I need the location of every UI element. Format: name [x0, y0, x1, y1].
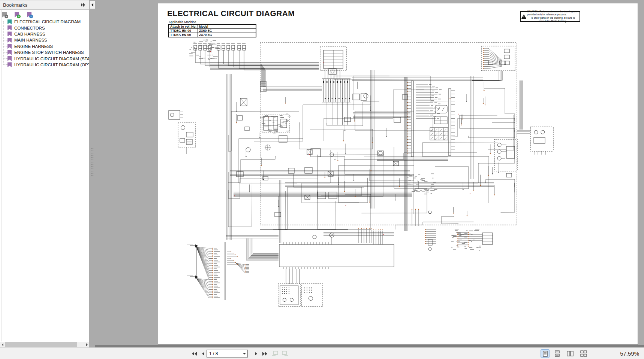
tree-guide — [3, 28, 7, 28]
tree-guide — [3, 58, 7, 59]
next-page-button[interactable] — [252, 350, 260, 357]
facing-continuous-view-button[interactable] — [580, 350, 588, 358]
scroll-right-button[interactable] — [84, 342, 89, 347]
bookmark-item-connectors[interactable]: CONNECTORS — [0, 25, 89, 31]
bookmark-flag-icon — [7, 25, 12, 30]
status-bar: 1 / 8 57.59% — [0, 347, 644, 359]
applicable-machine-label: Applicable Machine — [169, 20, 196, 24]
tree-guide — [3, 22, 7, 22]
tree-guide — [3, 40, 7, 40]
first-page-button[interactable] — [190, 350, 198, 357]
facing-pages-view-button[interactable] — [566, 350, 574, 358]
bookmark-flag-icon — [7, 62, 12, 67]
scrollbar-thumb[interactable] — [5, 342, 77, 347]
pdf-page: ELECTRICAL CIRCUIT DIAGRAM Applicable Ma… — [158, 3, 638, 345]
bookmarks-panel-title: Bookmarks — [3, 2, 80, 8]
bookmarks-panel-header: Bookmarks — [0, 0, 89, 10]
tree-guide — [3, 34, 7, 34]
bookmark-item-main-harness[interactable]: MAIN HARNESS — [0, 37, 89, 43]
bookmark-item-hydraulic-circuit-diagram-optional[interactable]: HYDRAULIC CIRCUIT DIAGRAM (OPTI — [0, 62, 89, 68]
tree-guide — [3, 52, 7, 53]
bookmark-flag-icon — [7, 56, 12, 61]
bookmark-item-cab-harness[interactable]: CAB HARNESS — [0, 31, 89, 37]
last-page-button[interactable] — [261, 350, 268, 357]
bookmark-item-hydraulic-circuit-diagram-standard[interactable]: HYDRAULIC CIRCUIT DIAGRAM (STAN — [0, 55, 89, 61]
bookmark-label: MAIN HARNESS — [14, 38, 47, 42]
tree-guide — [3, 46, 7, 46]
panel-splitter[interactable] — [89, 0, 95, 347]
bookmark-label: HYDRAULIC CIRCUIT DIAGRAM (OPTI — [14, 63, 89, 67]
bookmark-label: CONNECTORS — [14, 26, 45, 30]
next-view-button[interactable] — [281, 350, 289, 357]
bookmark-item-electrical-circuit-diagram[interactable]: ELECTRICAL CIRCUIT DIAGRAM — [0, 19, 89, 25]
previous-view-button[interactable] — [271, 350, 279, 357]
bookmark-label: CAB HARNESS — [14, 32, 45, 36]
document-viewer: ELECTRICAL CIRCUIT DIAGRAM Applicable Ma… — [95, 0, 644, 345]
page-dropdown-caret[interactable] — [241, 353, 247, 355]
bookmarks-panel: Bookmarks ×+→ ELECTRICAL CIRCUIT DIAGRAM… — [0, 0, 89, 347]
bookmark-flag-icon — [7, 38, 12, 43]
applicable-machine-table: Attach to vol. No. Model TTDEG-EN-00 ZX6… — [168, 24, 256, 37]
table-cell: ZX70-5G — [198, 33, 256, 37]
table-cell: ZX60-5G — [198, 29, 256, 33]
bookmark-item-engine-harness[interactable]: ENGINE HARNESS — [0, 43, 89, 49]
bookmark-label: ENGINE HARNESS — [14, 44, 53, 49]
bookmarks-horizontal-scrollbar[interactable] — [0, 342, 89, 347]
previous-page-button[interactable] — [199, 350, 207, 357]
bookmark-flag-icon — [7, 19, 12, 24]
add-bookmark-icon[interactable]: + — [15, 12, 19, 18]
bookmarks-toolbar: ×+→ — [2, 10, 31, 19]
page-indicator[interactable]: 1 / 8 — [207, 351, 241, 356]
bookmark-label: ELECTRICAL CIRCUIT DIAGRAM — [14, 19, 81, 24]
electrical-circuit-schematic — [158, 3, 638, 345]
tree-guide — [3, 64, 7, 65]
bookmark-flag-icon — [7, 31, 12, 36]
bookmark-list: ELECTRICAL CIRCUIT DIAGRAM CONNECTORS CA… — [0, 19, 89, 68]
table-cell: TTDEA-EN-00 — [169, 33, 198, 37]
page-number-input[interactable]: 1 / 8 — [207, 350, 248, 358]
expand-panel-icon[interactable] — [80, 2, 86, 8]
table-header-cell: Model — [198, 24, 256, 29]
caution-text-line1: CAUTION: Parts numbers on the drawing ar… — [527, 10, 578, 16]
bookmark-flag-icon — [7, 50, 12, 55]
bookmark-flag-icon — [7, 44, 12, 49]
document-title: ELECTRICAL CIRCUIT DIAGRAM — [167, 9, 295, 18]
bookmark-label: ENGINE STOP SWITCH HARNESS — [14, 50, 84, 55]
scroll-left-button[interactable] — [0, 342, 5, 347]
splitter-grip[interactable] — [91, 148, 94, 173]
continuous-view-button[interactable] — [553, 350, 561, 358]
delete-bookmark-icon[interactable]: × — [2, 12, 7, 18]
single-page-view-button[interactable] — [541, 350, 549, 358]
bookmark-item-engine-stop-switch-harness[interactable]: ENGINE STOP SWITCH HARNESS — [0, 49, 89, 55]
caution-text-line2: To order parts on the drawing, be sure t… — [527, 16, 578, 23]
bookmark-label: HYDRAULIC CIRCUIT DIAGRAM (STAN — [14, 57, 89, 61]
collapse-panel-button[interactable] — [90, 1, 95, 9]
pdf-viewer-window: Bookmarks ×+→ ELECTRICAL CIRCUIT DIAGRAM… — [0, 0, 644, 359]
warning-triangle-icon — [521, 14, 526, 19]
goto-bookmark-icon[interactable]: → — [27, 12, 31, 18]
zoom-level: 57.59% — [620, 350, 639, 357]
caution-box: CAUTION: Parts numbers on the drawing ar… — [520, 11, 580, 22]
table-header-cell: Attach to vol. No. — [169, 24, 198, 29]
table-cell: TTDEG-EN-00 — [169, 29, 198, 33]
